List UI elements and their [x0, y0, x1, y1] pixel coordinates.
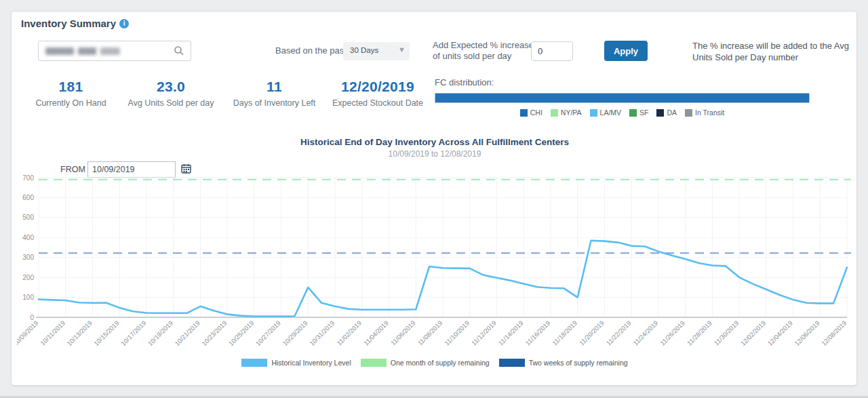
- search-icon[interactable]: [174, 45, 184, 59]
- legend-label: In Transit: [695, 108, 724, 117]
- stat-value: 181: [25, 79, 117, 95]
- legend-label: CHI: [530, 108, 542, 117]
- svg-text:300: 300: [22, 254, 34, 261]
- chart-legend: Historical Inventory Level One month of …: [12, 359, 858, 367]
- svg-text:10/27/2019: 10/27/2019: [254, 319, 282, 347]
- fc-distribution-label: FC distribution:: [435, 77, 494, 87]
- increase-input[interactable]: [531, 41, 573, 61]
- search-input[interactable]: [38, 41, 191, 61]
- stat-value: 23.0: [117, 79, 225, 95]
- fc-legend-item: DA: [656, 108, 677, 117]
- increase-note: The % increase will be added to the Avg …: [692, 40, 862, 63]
- svg-text:11/30/2019: 11/30/2019: [713, 319, 741, 347]
- stat-value: 12/20/2019: [323, 79, 432, 95]
- svg-text:200: 200: [22, 274, 34, 281]
- svg-text:10/17/2019: 10/17/2019: [119, 319, 147, 347]
- svg-text:11/26/2019: 11/26/2019: [658, 319, 686, 347]
- fc-legend-item: LA/MV: [590, 108, 622, 117]
- svg-text:10/13/2019: 10/13/2019: [65, 319, 93, 347]
- svg-text:11/06/2019: 11/06/2019: [389, 319, 417, 347]
- svg-text:11/22/2019: 11/22/2019: [605, 319, 633, 347]
- chart-legend-item: One month of supply remaining: [361, 359, 490, 367]
- svg-text:400: 400: [22, 234, 34, 241]
- stat-label: Expected Stockout Date: [323, 98, 432, 108]
- legend-swatch: [685, 109, 692, 117]
- apply-button[interactable]: Apply: [604, 41, 648, 61]
- svg-text:11/16/2019: 11/16/2019: [524, 319, 551, 347]
- legend-label: NY/PA: [561, 108, 582, 117]
- chart-subtitle: 10/09/2019 to 12/08/2019: [12, 149, 858, 159]
- svg-text:11/28/2019: 11/28/2019: [686, 319, 713, 347]
- svg-text:11/08/2019: 11/08/2019: [416, 319, 444, 347]
- inventory-line-chart: 010020030040050060070010/09/201910/11/20…: [17, 172, 852, 356]
- svg-text:10/19/2019: 10/19/2019: [146, 319, 174, 347]
- svg-text:10/15/2019: 10/15/2019: [92, 319, 120, 347]
- svg-text:11/20/2019: 11/20/2019: [578, 319, 606, 347]
- chart-legend-item: Historical Inventory Level: [241, 359, 351, 367]
- legend-swatch: [629, 109, 637, 117]
- search-input-blurred-value: [45, 47, 120, 55]
- svg-text:10/11/2019: 10/11/2019: [39, 319, 66, 347]
- period-dropdown[interactable]: 30 Days: [343, 42, 410, 60]
- legend-label: LA/MV: [600, 108, 622, 117]
- legend-label: Historical Inventory Level: [271, 359, 351, 367]
- legend-swatch: [361, 359, 387, 367]
- increase-note-line1: The % increase will be added to the Avg: [692, 41, 849, 51]
- chart-title: Historical End of Day Inventory Across A…: [12, 137, 858, 147]
- fc-legend-item: NY/PA: [551, 108, 582, 117]
- legend-label: Two weeks of supply remaining: [529, 359, 628, 367]
- legend-swatch: [590, 109, 597, 117]
- stats-row: 181 Currently On Hand 23.0 Avg Units Sol…: [25, 79, 432, 108]
- inventory-summary-card: Inventory Summaryi Based on the past 30 …: [11, 11, 857, 386]
- period-label: Based on the past: [275, 45, 347, 56]
- stat-days-of-inventory: 11 Days of Inventory Left: [225, 79, 323, 108]
- legend-swatch: [499, 359, 525, 367]
- svg-text:11/12/2019: 11/12/2019: [470, 319, 498, 347]
- svg-text:10/29/2019: 10/29/2019: [281, 319, 309, 347]
- page-title-text: Inventory Summary: [21, 18, 116, 29]
- svg-text:11/10/2019: 11/10/2019: [443, 319, 471, 347]
- svg-text:11/24/2019: 11/24/2019: [631, 319, 659, 347]
- fc-distribution-bar: [435, 93, 810, 103]
- increase-label-line1: Add Expected % increase: [433, 40, 534, 50]
- svg-text:10/21/2019: 10/21/2019: [173, 319, 201, 347]
- svg-text:10/23/2019: 10/23/2019: [200, 319, 228, 347]
- fc-distribution-legend: CHI NY/PA LA/MV SF DA In Transit: [435, 108, 810, 117]
- stat-expected-stockout: 12/20/2019 Expected Stockout Date: [323, 79, 432, 108]
- stat-currently-on-hand: 181 Currently On Hand: [25, 79, 117, 108]
- svg-text:11/04/2019: 11/04/2019: [362, 319, 390, 347]
- svg-text:12/04/2019: 12/04/2019: [766, 319, 794, 347]
- chart-legend-item: Two weeks of supply remaining: [499, 359, 628, 367]
- fc-bar-segment-chi: [435, 94, 809, 102]
- legend-swatch: [656, 109, 664, 117]
- legend-label: One month of supply remaining: [391, 359, 490, 367]
- fc-legend-item: SF: [629, 108, 648, 117]
- legend-swatch: [551, 109, 558, 117]
- page-title: Inventory Summaryi: [21, 18, 129, 29]
- increase-note-line2: Units Sold per Day number: [692, 52, 798, 62]
- svg-text:10/25/2019: 10/25/2019: [227, 319, 255, 347]
- increase-label: Add Expected % increase of units sold pe…: [433, 40, 534, 62]
- legend-swatch: [241, 359, 267, 367]
- svg-text:600: 600: [22, 194, 34, 201]
- fc-legend-item: CHI: [520, 108, 542, 117]
- svg-text:12/06/2019: 12/06/2019: [793, 319, 821, 347]
- increase-label-line2: of units sold per day: [433, 51, 511, 61]
- svg-text:12/02/2019: 12/02/2019: [739, 319, 767, 347]
- svg-text:11/14/2019: 11/14/2019: [497, 319, 525, 347]
- fc-legend-item: In Transit: [685, 108, 724, 117]
- svg-text:100: 100: [22, 294, 34, 301]
- chart-canvas: 010020030040050060070010/09/201910/11/20…: [17, 172, 852, 356]
- info-icon[interactable]: i: [119, 19, 129, 28]
- svg-text:500: 500: [22, 214, 34, 221]
- stat-avg-units-sold: 23.0 Avg Units Sold per day: [117, 79, 225, 108]
- svg-text:12/08/2019: 12/08/2019: [820, 319, 848, 347]
- legend-label: SF: [639, 108, 648, 117]
- stat-label: Currently On Hand: [25, 98, 117, 108]
- stat-label: Days of Inventory Left: [225, 98, 323, 108]
- legend-swatch: [520, 109, 528, 117]
- legend-label: DA: [667, 108, 677, 117]
- svg-text:700: 700: [22, 174, 34, 182]
- svg-text:11/02/2019: 11/02/2019: [335, 319, 363, 347]
- svg-text:11/18/2019: 11/18/2019: [551, 319, 578, 347]
